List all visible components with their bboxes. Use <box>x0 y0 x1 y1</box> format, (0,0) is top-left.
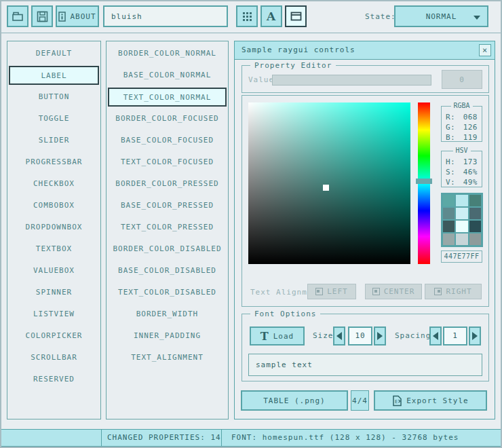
open-file-button[interactable] <box>7 5 28 27</box>
hsv-v-value: 49% <box>463 177 478 187</box>
about-button-label: ABOUT <box>70 12 96 21</box>
folder-icon <box>12 11 24 22</box>
state-dropdown[interactable]: NORMAL <box>394 5 488 27</box>
controls-list-item[interactable]: TOGGLE <box>7 108 100 130</box>
controls-list-item[interactable]: CHECKBOX <box>7 173 100 195</box>
color-swatch[interactable] <box>456 208 467 219</box>
controls-list-item[interactable]: COLORPICKER <box>7 325 100 347</box>
properties-list-item[interactable]: BASE_COLOR_DISABLED <box>107 260 228 282</box>
window-titlebar[interactable]: Sample raygui controls × <box>235 41 495 60</box>
spacing-decrease-button[interactable] <box>429 326 442 346</box>
export-table-label: TABLE (.png) <box>263 396 325 405</box>
color-swatch[interactable] <box>469 234 481 245</box>
properties-list-item[interactable]: TEXT_ALIGNMENT <box>107 347 228 369</box>
controls-list-item[interactable]: SPINNER <box>7 282 100 303</box>
align-center-icon <box>372 288 380 295</box>
about-button[interactable]: ABOUT <box>56 5 99 27</box>
color-swatch[interactable] <box>443 208 455 219</box>
controls-list-item[interactable]: LISTVIEW <box>7 303 100 325</box>
properties-list-item[interactable]: INNER_PADDING <box>107 325 228 347</box>
properties-list-item[interactable]: BORDER_WIDTH <box>107 303 228 325</box>
export-table-button[interactable]: TABLE (.png) <box>241 390 348 411</box>
color-swatch[interactable] <box>443 221 455 232</box>
state-dropdown-value: NORMAL <box>426 12 457 21</box>
status-changed-properties: CHANGED PROPERTIES: 14 <box>102 430 222 446</box>
align-center-label: CENTER <box>384 287 415 296</box>
properties-list-item[interactable]: BORDER_COLOR_NORMAL <box>107 43 228 64</box>
value-slider <box>272 75 431 86</box>
color-picker-group: RGBA R:068 G:126 B:119 HSV H:173 S:46% V… <box>242 95 489 307</box>
export-format-counter-button[interactable]: 4/4 <box>351 390 369 411</box>
style-name-input[interactable] <box>103 5 228 27</box>
controls-list-item[interactable]: DROPDOWNBOX <box>7 217 100 238</box>
properties-list-item[interactable]: TEXT_COLOR_DISABLED <box>107 282 228 303</box>
color-swatch[interactable] <box>469 208 481 219</box>
hex-color-input[interactable]: 447E77FF <box>441 250 482 263</box>
properties-list-item-selected[interactable]: TEXT_COLOR_NORMAL <box>108 88 227 107</box>
controls-list-item[interactable]: RESERVED <box>7 369 100 390</box>
color-swatch[interactable] <box>456 195 467 206</box>
color-saturation-value-picker[interactable] <box>248 102 410 264</box>
color-swatch[interactable] <box>456 234 467 245</box>
controls-list-item[interactable]: VALUEBOX <box>7 260 100 282</box>
align-left-button: LEFT <box>307 284 356 299</box>
hsv-h-value: 173 <box>463 157 478 167</box>
property-editor-group: Property Editor Value: 0 <box>242 65 489 93</box>
font-load-button[interactable]: T Load <box>250 326 305 346</box>
spacing-value-box[interactable]: 1 <box>443 326 467 346</box>
font-t-icon: T <box>260 330 269 343</box>
properties-list-item[interactable]: BASE_COLOR_PRESSED <box>107 195 228 217</box>
status-font-info: FONT: homespun.ttf (128 x 128) - 32768 b… <box>222 430 501 446</box>
controls-list-item[interactable]: BUTTON <box>7 86 100 108</box>
properties-list: BORDER_COLOR_NORMAL BASE_COLOR_NORMAL TE… <box>106 41 229 419</box>
controls-list-item[interactable]: SCROLLBAR <box>7 347 100 369</box>
controls-list-item[interactable]: COMBOBOX <box>7 195 100 217</box>
status-bar: CHANGED PROPERTIES: 14 FONT: homespun.tt… <box>1 429 501 447</box>
color-picker-cursor[interactable] <box>323 185 329 191</box>
export-style-label: Export Style <box>406 396 468 405</box>
info-icon <box>58 12 66 22</box>
rgba-g-value: 126 <box>463 122 478 132</box>
triangle-right-icon <box>377 332 383 340</box>
controls-list-item-selected[interactable]: LABEL <box>9 66 99 85</box>
sample-text-box[interactable]: sample text <box>248 354 482 376</box>
controls-list-item[interactable]: DEFAULT <box>7 43 100 64</box>
properties-list-item[interactable]: TEXT_COLOR_PRESSED <box>107 217 228 238</box>
rgba-label: RGBA <box>450 102 472 109</box>
triangle-left-icon <box>433 332 438 340</box>
properties-list-item[interactable]: BASE_COLOR_FOCUSED <box>107 130 228 151</box>
rgba-r-value: 068 <box>463 112 478 122</box>
style-table-view-button[interactable] <box>236 5 258 27</box>
hue-slider-handle[interactable] <box>416 179 432 184</box>
properties-list-item[interactable]: TEXT_COLOR_FOCUSED <box>107 151 228 173</box>
toolbar: ABOUT A State: NORMAL <box>1 1 501 33</box>
color-swatch[interactable] <box>443 195 455 206</box>
save-file-button[interactable] <box>31 5 53 27</box>
hsv-group: HSV H:173 S:46% V:49% <box>441 151 482 187</box>
size-value: 10 <box>355 331 365 340</box>
size-decrease-button[interactable] <box>333 326 345 346</box>
state-label: State: <box>365 12 396 21</box>
color-swatch[interactable] <box>443 234 455 245</box>
font-view-button[interactable]: A <box>260 5 282 27</box>
properties-list-item[interactable]: BORDER_COLOR_PRESSED <box>107 173 228 195</box>
controls-list-item[interactable]: TEXTBOX <box>7 238 100 260</box>
controls-list-item[interactable]: PROGRESSBAR <box>7 151 100 173</box>
hsv-v-row: V:49% <box>442 177 482 187</box>
align-right-icon <box>434 288 442 295</box>
properties-list-item[interactable]: BASE_COLOR_NORMAL <box>107 64 228 86</box>
export-style-button[interactable]: E Export Style <box>374 390 487 411</box>
size-value-box[interactable]: 10 <box>348 326 372 346</box>
color-swatch[interactable] <box>469 221 481 232</box>
color-swatch[interactable] <box>456 221 467 232</box>
properties-list-item[interactable]: BORDER_COLOR_DISABLED <box>107 238 228 260</box>
align-right-label: RIGHT <box>446 287 471 296</box>
controls-list-item[interactable]: SLIDER <box>7 130 100 151</box>
spacing-increase-button[interactable] <box>469 326 481 346</box>
properties-list-item[interactable]: BORDER_COLOR_FOCUSED <box>107 108 228 130</box>
close-button[interactable]: × <box>479 44 491 56</box>
rgba-g-row: G:126 <box>442 122 482 132</box>
size-increase-button[interactable] <box>374 326 386 346</box>
color-swatch[interactable] <box>469 195 481 206</box>
controls-view-button[interactable] <box>285 5 307 27</box>
